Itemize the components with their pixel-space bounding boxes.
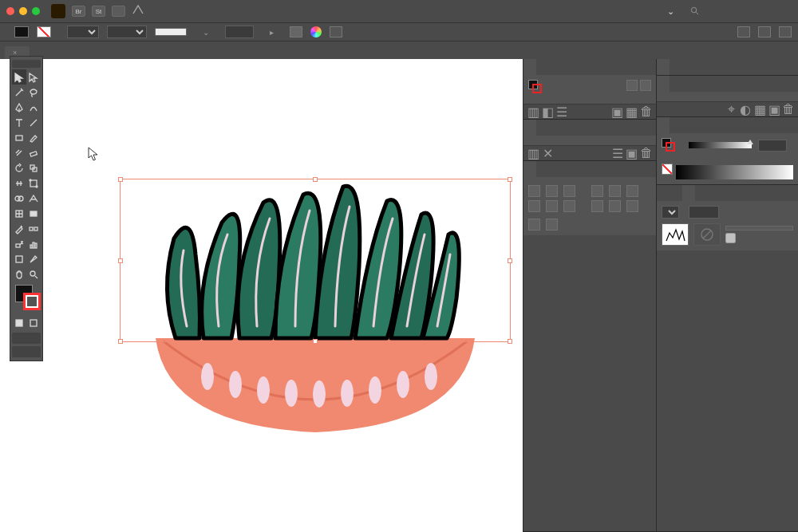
tab-info[interactable] <box>670 185 682 201</box>
dist-vcenter-icon[interactable] <box>546 200 558 212</box>
stock-search-input[interactable] <box>704 6 792 16</box>
hand-tool[interactable] <box>12 266 26 282</box>
width-tool[interactable] <box>12 175 26 191</box>
tab-libraries[interactable] <box>670 59 682 75</box>
locate-layer-icon[interactable]: ⌖ <box>726 104 736 114</box>
resize-handle[interactable] <box>508 177 512 182</box>
draw-mode[interactable] <box>12 333 41 344</box>
artboard-tool[interactable] <box>12 251 26 266</box>
tab-align[interactable] <box>523 161 536 177</box>
new-brush-icon[interactable]: ▣ <box>627 148 637 158</box>
var-width-profile[interactable] <box>107 26 147 38</box>
align-vcenter-icon[interactable] <box>609 185 621 197</box>
shaper-tool[interactable] <box>12 145 26 160</box>
align-right-icon[interactable] <box>563 185 575 197</box>
eraser-tool[interactable] <box>26 145 41 160</box>
tool-panel[interactable] <box>10 56 43 361</box>
resize-handle[interactable] <box>313 339 318 344</box>
fill-stroke-mini[interactable] <box>662 138 676 152</box>
align-hcenter-icon[interactable] <box>546 185 558 197</box>
swatch-view-grid-icon[interactable] <box>640 80 651 91</box>
tab-layers[interactable] <box>657 76 670 92</box>
resize-handle[interactable] <box>118 339 123 344</box>
stroke-color[interactable] <box>23 293 41 310</box>
magic-wand-tool[interactable] <box>12 85 26 100</box>
dist-space-v-icon[interactable] <box>528 219 540 231</box>
line-tool[interactable] <box>26 115 41 130</box>
mask-preview[interactable] <box>662 223 689 246</box>
eyedropper-tool[interactable] <box>12 221 26 236</box>
fill-stroke-control[interactable] <box>14 285 39 313</box>
scale-tool[interactable] <box>26 160 41 175</box>
tab-links[interactable] <box>682 59 695 75</box>
stock-search[interactable] <box>690 6 792 17</box>
isolate-icon[interactable] <box>737 26 750 37</box>
arrange-docs-icon[interactable] <box>112 6 125 17</box>
new-group-icon[interactable]: ▣ <box>613 107 622 116</box>
minimize-window-icon[interactable] <box>19 7 27 15</box>
tab-asset-export[interactable] <box>682 76 695 92</box>
graphic-style[interactable] <box>290 26 302 37</box>
doc-setup-icon[interactable] <box>779 26 792 37</box>
slice-tool[interactable] <box>26 251 41 266</box>
bridge-icon[interactable]: Br <box>72 6 85 17</box>
dist-left-icon[interactable] <box>591 200 603 212</box>
tab-transparency[interactable] <box>682 185 695 201</box>
tab-transform[interactable] <box>549 161 562 177</box>
tab-brushes[interactable] <box>523 120 536 136</box>
lasso-tool[interactable] <box>26 85 41 100</box>
swatch-options-icon[interactable]: ☰ <box>557 107 567 116</box>
align-left-icon[interactable] <box>528 185 540 197</box>
stock-icon[interactable]: St <box>92 6 105 17</box>
align-top-icon[interactable] <box>591 185 603 197</box>
grayscale-spectrum[interactable] <box>676 165 793 179</box>
symbol-sprayer-tool[interactable] <box>12 236 26 251</box>
close-window-icon[interactable] <box>6 7 14 15</box>
column-graph-tool[interactable] <box>26 236 41 251</box>
resize-handle[interactable] <box>118 258 123 263</box>
color-slider[interactable] <box>689 142 752 148</box>
new-layer-icon[interactable]: ▣ <box>769 104 779 114</box>
fill-swatch[interactable] <box>14 26 29 37</box>
brush-definition[interactable] <box>155 28 187 36</box>
resize-handle[interactable] <box>508 339 512 344</box>
resize-handle[interactable] <box>118 177 123 182</box>
rotate-tool[interactable] <box>12 160 26 175</box>
select-similar-icon[interactable] <box>758 26 771 37</box>
color-value[interactable] <box>758 140 787 152</box>
resize-handle[interactable] <box>313 177 318 182</box>
fill-stroke-mini[interactable] <box>528 80 543 94</box>
tab-symbols[interactable] <box>536 59 549 75</box>
swatch-lib-icon[interactable]: ▥ <box>528 107 538 116</box>
align-icon[interactable] <box>330 26 342 37</box>
stroke-weight[interactable] <box>67 26 99 38</box>
dist-hcenter-icon[interactable] <box>609 200 621 212</box>
none-swatch[interactable] <box>662 164 673 175</box>
selection-bounding-box[interactable] <box>120 179 511 342</box>
brush-lib-icon[interactable]: ▥ <box>528 148 538 158</box>
new-swatch-icon[interactable]: ▦ <box>627 107 637 116</box>
rectangle-tool[interactable] <box>12 130 26 145</box>
delete-layer-icon[interactable]: 🗑 <box>784 104 793 114</box>
tab-artboards[interactable] <box>670 76 682 92</box>
free-transform-tool[interactable] <box>26 175 41 191</box>
tab-swatches[interactable] <box>523 59 536 75</box>
new-sublayer-icon[interactable]: ▦ <box>755 104 764 114</box>
dist-space-h-icon[interactable] <box>546 219 558 231</box>
delete-swatch-icon[interactable]: 🗑 <box>642 107 651 116</box>
dist-bottom-icon[interactable] <box>563 200 575 212</box>
canvas[interactable] <box>0 59 523 532</box>
resize-handle[interactable] <box>508 258 512 263</box>
shape-builder-tool[interactable] <box>12 191 26 206</box>
maximize-window-icon[interactable] <box>32 7 40 15</box>
workspace-selector[interactable]: ⌄ <box>664 6 674 17</box>
clip-mask-icon[interactable]: ◐ <box>741 104 750 114</box>
mesh-tool[interactable] <box>12 206 26 221</box>
swatch-view-list-icon[interactable] <box>626 80 638 91</box>
remove-brush-icon[interactable]: ✕ <box>543 148 552 158</box>
tab-actions[interactable] <box>657 59 670 75</box>
brush-options-icon[interactable]: ☰ <box>613 148 622 158</box>
type-tool[interactable] <box>12 115 26 130</box>
panel-grip[interactable] <box>12 60 41 68</box>
make-mask-button[interactable] <box>725 226 793 231</box>
